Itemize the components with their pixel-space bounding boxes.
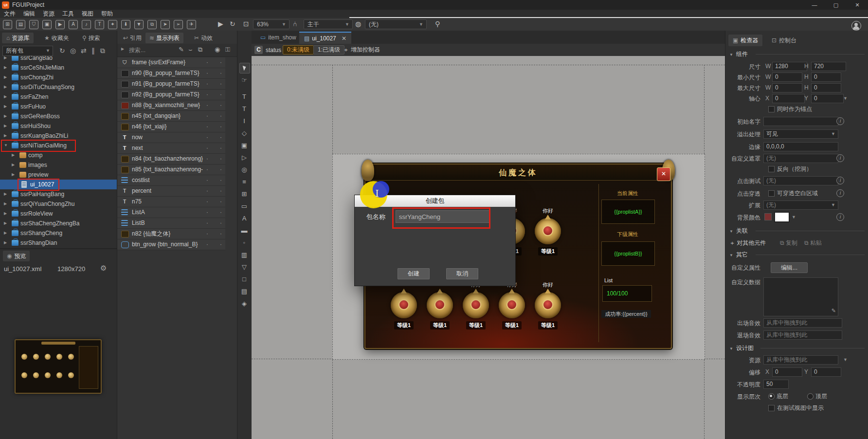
display-list-item-5[interactable]: n45 {txt_dangqian}··: [117, 111, 225, 122]
show-in-test-checkbox[interactable]: [768, 405, 775, 411]
pivot-x-input[interactable]: 0: [772, 94, 805, 103]
display-list-item-6[interactable]: n46 {txt_xiaji}··: [117, 122, 225, 132]
text-tool-icon[interactable]: T: [239, 92, 249, 102]
maximize-button[interactable]: ▢: [825, 0, 847, 10]
add-controller-button[interactable]: ＋增加控制器: [343, 46, 380, 54]
gear-icon[interactable]: ⚙: [100, 264, 107, 273]
hittest-input[interactable]: (无): [763, 176, 838, 185]
lock-toggle-dot[interactable]: ·: [220, 239, 222, 250]
visibility-toggle-dot[interactable]: ·: [206, 57, 208, 68]
info-icon[interactable]: i: [836, 177, 844, 184]
expand-arrow-icon[interactable]: ▶: [4, 82, 7, 92]
display-list-item-3[interactable]: n92 {Bg_popup_farmeTS}··: [117, 90, 225, 100]
lock-toggle-dot[interactable]: ·: [220, 68, 222, 78]
size-w-input[interactable]: 1280: [772, 62, 807, 71]
expand-arrow-icon[interactable]: ▶: [12, 160, 15, 170]
publish-settings-icon[interactable]: ✈: [187, 20, 196, 29]
image-tool-icon[interactable]: ▣: [239, 141, 249, 150]
branch-select[interactable]: 主干▼: [304, 19, 353, 29]
save-all-icon[interactable]: ⧉: [147, 20, 157, 29]
lock-toggle-dot[interactable]: ·: [220, 100, 222, 110]
lock-toggle-dot[interactable]: ·: [220, 143, 222, 153]
sound-in-input[interactable]: 从库中拖拽到此: [763, 318, 842, 328]
tab-references[interactable]: ↩引用: [119, 33, 145, 43]
display-list-item-0[interactable]: ⛉frame {ssrExtFrame}··: [117, 57, 225, 68]
movieclip-tool-icon[interactable]: ▷: [239, 153, 249, 163]
mask-input[interactable]: (无): [763, 154, 838, 163]
visibility-toggle-dot[interactable]: ·: [206, 122, 208, 132]
extension-select[interactable]: (无) ▼: [763, 201, 838, 210]
expand-arrow-icon[interactable]: ▶: [4, 219, 7, 228]
expand-arrow-icon[interactable]: ▶: [4, 56, 7, 63]
maxsize-h-input[interactable]: 0: [811, 83, 841, 92]
display-list-item-16[interactable]: n82 {仙魔之体}··: [117, 229, 225, 239]
controller-state-1[interactable]: 1:已满级: [313, 45, 344, 55]
tree-item-ssrFuHuo[interactable]: ▶ssrFuHuo: [0, 102, 117, 111]
expand-arrow-icon[interactable]: ▶: [12, 170, 15, 180]
menu-2[interactable]: 资源: [43, 10, 54, 18]
medal-badge[interactable]: [535, 218, 561, 244]
medal-badge[interactable]: [427, 292, 453, 318]
expand-arrow-icon[interactable]: ▶: [4, 92, 7, 102]
tab-favorites[interactable]: ★收藏夹: [40, 33, 73, 43]
tree-item-ssrNiTianGaiMing[interactable]: ▼ssrNiTianGaiMing: [0, 141, 117, 150]
pivot-y-input[interactable]: 0: [811, 94, 844, 103]
layer-bottom-radio[interactable]: [768, 393, 775, 400]
package-filter-select[interactable]: 所有包 ▼: [2, 46, 53, 56]
tree-item-comp[interactable]: ▶comp: [0, 150, 117, 160]
tab-console[interactable]: ⊡控制台: [767, 35, 801, 46]
lock-toggle-dot[interactable]: ·: [220, 165, 222, 175]
display-list-item-15[interactable]: ListB··: [117, 218, 225, 229]
info-icon[interactable]: i: [836, 154, 844, 162]
new-font-icon[interactable]: A: [69, 20, 78, 29]
locate-icon[interactable]: ◎: [70, 46, 76, 55]
edit-button[interactable]: 编辑...: [771, 262, 808, 273]
publish-all-icon[interactable]: ➢: [174, 20, 183, 29]
tree-item-ssrHuiShou[interactable]: ▶ssrHuiShou: [0, 121, 117, 131]
visibility-toggle-dot[interactable]: ·: [206, 100, 208, 110]
tree-item-preview[interactable]: ▶preview: [0, 170, 117, 180]
minsize-h-input[interactable]: 0: [811, 73, 841, 82]
create-button[interactable]: 创建: [398, 268, 430, 279]
visibility-toggle-dot[interactable]: ·: [206, 186, 208, 196]
visibility-toggle-dot[interactable]: ·: [206, 197, 208, 207]
tab-close-icon[interactable]: ✕: [342, 35, 346, 42]
lock-toggle-dot[interactable]: ·: [220, 186, 222, 196]
expand-arrow-icon[interactable]: ▶: [4, 238, 7, 248]
close-button[interactable]: ✕: [847, 0, 868, 10]
visibility-toggle-dot[interactable]: ·: [206, 207, 208, 218]
anchor-checkbox[interactable]: [768, 106, 775, 112]
tree-item-ssrShaChengZhengBa[interactable]: ▶ssrShaChengZhengBa: [0, 219, 117, 228]
tree-tool-icon[interactable]: ▤: [239, 287, 249, 296]
menu-1[interactable]: 编辑: [23, 10, 35, 18]
medal-badge[interactable]: [535, 292, 561, 318]
tree-item-ssrCeShiJieMian[interactable]: ▶ssrCeShiJieMian: [0, 63, 117, 73]
test-play-icon[interactable]: ▶: [218, 20, 223, 28]
visibility-toggle-dot[interactable]: ·: [206, 218, 208, 228]
new-image-icon[interactable]: ▣: [42, 20, 52, 29]
user-avatar-icon[interactable]: [851, 21, 861, 31]
label-tool-icon[interactable]: A: [239, 214, 249, 223]
info-icon[interactable]: i: [836, 117, 844, 125]
display-list-item-2[interactable]: n91 {Bg_popup_farmeTS}··: [117, 79, 225, 90]
tree-item-ssrGeRenBoss[interactable]: ▶ssrGeRenBoss: [0, 111, 117, 121]
initname-input[interactable]: [763, 117, 838, 126]
lock-toggle-dot[interactable]: ·: [220, 229, 222, 239]
margin-input[interactable]: 0,0,0,0: [763, 142, 838, 151]
expand-arrow-icon[interactable]: ▶: [4, 189, 7, 199]
info-icon[interactable]: i: [836, 189, 844, 197]
custom-data-textarea[interactable]: ✎: [763, 277, 838, 316]
visibility-toggle-dot[interactable]: ·: [206, 239, 208, 250]
chevron-down-icon[interactable]: ▼: [843, 96, 848, 101]
layer-top-radio[interactable]: [807, 393, 814, 400]
design-res-input[interactable]: 从库中拖拽到此: [763, 355, 838, 365]
loop-icon[interactable]: ↻: [230, 20, 235, 28]
lock-toggle-dot[interactable]: ·: [220, 132, 222, 143]
combobox-tool-icon[interactable]: ▽: [239, 262, 249, 272]
chevron-down-icon[interactable]: ▼: [843, 357, 848, 362]
expand-arrow-icon[interactable]: ▶: [4, 199, 7, 209]
bgcolor-swatch[interactable]: [774, 212, 790, 222]
opacity-input[interactable]: 50: [763, 380, 789, 389]
expand-arrow-icon[interactable]: ▶: [4, 111, 7, 121]
new-text-icon[interactable]: T: [95, 20, 104, 29]
